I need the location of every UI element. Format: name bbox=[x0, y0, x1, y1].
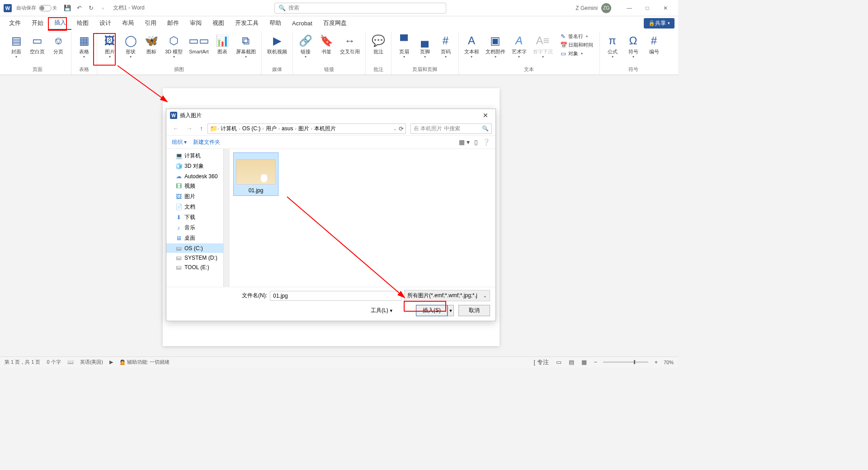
crossref-button[interactable]: ↔交叉引用 bbox=[337, 32, 363, 57]
zoom-level[interactable]: 70% bbox=[664, 360, 674, 365]
cover-page-button[interactable]: ▤封面▾ bbox=[6, 32, 26, 61]
autosave-toggle[interactable] bbox=[39, 5, 52, 11]
tree-item[interactable]: 📄文档 bbox=[166, 202, 229, 212]
focus-mode-button[interactable]: [ 专注 bbox=[533, 358, 550, 366]
tab-devtools[interactable]: 开发工具 bbox=[230, 16, 264, 30]
share-button[interactable]: 🔒 共享▾ bbox=[644, 18, 675, 28]
word-count[interactable]: 0 个字 bbox=[47, 359, 61, 366]
crumb-5[interactable]: 本机照片 bbox=[312, 125, 338, 133]
up-icon[interactable]: ↑ bbox=[197, 125, 206, 132]
chart-button[interactable]: 📊图表 bbox=[212, 32, 232, 57]
icons-button[interactable]: 🦋图标 bbox=[142, 32, 161, 57]
tree-item[interactable]: 🖥桌面 bbox=[166, 233, 229, 243]
tab-design[interactable]: 设计 bbox=[94, 16, 117, 30]
tab-draw[interactable]: 绘图 bbox=[71, 16, 94, 30]
page-break-button[interactable]: ⎊分页 bbox=[48, 32, 68, 57]
tree-item[interactable]: ♪音乐 bbox=[166, 223, 229, 233]
preview-pane-icon[interactable]: ▯ bbox=[474, 138, 478, 146]
dialog-close-button[interactable]: ✕ bbox=[479, 112, 492, 119]
new-folder-button[interactable]: 新建文件夹 bbox=[193, 138, 220, 146]
zoom-slider[interactable] bbox=[603, 361, 648, 363]
screenshot-button[interactable]: ⧉屏幕截图▾ bbox=[233, 32, 259, 61]
bookmark-button[interactable]: 🔖书签 bbox=[316, 32, 336, 57]
quickparts-button[interactable]: ▣文档部件▾ bbox=[483, 32, 508, 61]
symbol-button[interactable]: Ω符号▾ bbox=[623, 32, 643, 61]
zoom-out-button[interactable]: − bbox=[593, 359, 599, 366]
smartart-button[interactable]: ▭▭SmartArt bbox=[186, 32, 211, 57]
signature-button[interactable]: ✎签名行▾ bbox=[558, 33, 595, 40]
cancel-button[interactable]: 取消 bbox=[458, 305, 490, 316]
read-mode-icon[interactable]: ▭ bbox=[555, 359, 563, 366]
page-indicator[interactable]: 第 1 页，共 1 页 bbox=[5, 359, 40, 366]
shapes-button[interactable]: ◯形状▾ bbox=[121, 32, 141, 61]
search-input[interactable]: 🔍 搜索 bbox=[274, 3, 446, 14]
tab-insert[interactable]: 插入 bbox=[49, 16, 71, 30]
tree-item[interactable]: 🎞视频 bbox=[166, 181, 229, 191]
language-indicator[interactable]: 英语(美国) bbox=[80, 359, 103, 366]
organize-button[interactable]: 组织 ▾ bbox=[172, 138, 187, 146]
pageno-button[interactable]: #页码▾ bbox=[436, 32, 456, 61]
file-thumbnail[interactable]: 01.jpg bbox=[233, 152, 278, 196]
close-button[interactable]: ✕ bbox=[656, 2, 675, 14]
back-icon[interactable]: ← bbox=[170, 125, 182, 132]
textbox-button[interactable]: A文本框▾ bbox=[462, 32, 482, 61]
qat-dropdown-icon[interactable]: ⬨ bbox=[98, 3, 108, 13]
forward-icon[interactable]: → bbox=[184, 125, 195, 132]
help-icon[interactable]: ❔ bbox=[482, 138, 490, 146]
tree-item[interactable]: 🧊3D 对象 bbox=[166, 161, 229, 171]
wordart-button[interactable]: A艺术字▾ bbox=[509, 32, 529, 61]
online-video-button[interactable]: ▶联机视频 bbox=[264, 32, 290, 57]
tree-item[interactable]: ☁Autodesk 360 bbox=[166, 171, 229, 181]
tab-view[interactable]: 视图 bbox=[207, 16, 230, 30]
table-button[interactable]: ▦表格▾ bbox=[74, 32, 94, 61]
view-mode-icon[interactable]: ▦ ▾ bbox=[459, 138, 470, 146]
tab-help[interactable]: 帮助 bbox=[264, 16, 287, 30]
file-list[interactable]: 01.jpg bbox=[230, 149, 495, 287]
crumb-2[interactable]: 用户 bbox=[264, 125, 278, 133]
tree-item[interactable]: 🖼图片 bbox=[166, 191, 229, 202]
3dmodel-button[interactable]: ⬡3D 模型▾ bbox=[162, 32, 185, 61]
crumb-3[interactable]: asus bbox=[280, 125, 295, 132]
spell-check-icon[interactable]: 📖 bbox=[67, 359, 74, 365]
tab-mail[interactable]: 邮件 bbox=[162, 16, 184, 30]
maximize-button[interactable]: □ bbox=[638, 2, 656, 14]
footer-button[interactable]: ▄页脚▾ bbox=[415, 32, 435, 61]
tab-home[interactable]: 开始 bbox=[26, 16, 49, 30]
tab-references[interactable]: 引用 bbox=[139, 16, 162, 30]
tree-item[interactable]: 🖴SYSTEM (D:) bbox=[166, 253, 229, 262]
crumb-1[interactable]: OS (C:) bbox=[241, 125, 263, 132]
macro-icon[interactable]: ▶ bbox=[109, 359, 113, 365]
tab-layout[interactable]: 布局 bbox=[117, 16, 139, 30]
comment-button[interactable]: 💬批注 bbox=[368, 32, 388, 57]
file-filter-select[interactable]: 所有图片(*.emf;*.wmf;*.jpg;*.j⌄ bbox=[404, 290, 490, 301]
crumb-4[interactable]: 图片 bbox=[297, 125, 311, 133]
object-button[interactable]: ▭对象▾ bbox=[558, 50, 595, 57]
crumb-0[interactable]: 计算机 bbox=[219, 125, 239, 133]
tab-acrobat[interactable]: Acrobat bbox=[287, 16, 318, 30]
tree-item[interactable]: 💻计算机 bbox=[166, 151, 229, 161]
user-name[interactable]: Z Gemini bbox=[576, 5, 598, 11]
tree-item[interactable]: 🖴TOOL (E:) bbox=[166, 262, 229, 272]
header-button[interactable]: ▀页眉▾ bbox=[394, 32, 414, 61]
save-icon[interactable]: 💾 bbox=[62, 3, 72, 13]
dialog-search-input[interactable]: 在 本机照片 中搜索 🔍 bbox=[410, 123, 492, 134]
filename-input[interactable] bbox=[270, 291, 401, 301]
tree-item[interactable]: 🖴OS (C:) bbox=[166, 243, 229, 253]
print-layout-icon[interactable]: ▤ bbox=[567, 359, 576, 366]
number-button[interactable]: #编号 bbox=[644, 32, 664, 57]
accessibility-indicator[interactable]: 🙍 辅助功能: 一切就绪 bbox=[119, 359, 170, 366]
tab-review[interactable]: 审阅 bbox=[184, 16, 207, 30]
pictures-button[interactable]: 🖼图片▾ bbox=[100, 32, 120, 61]
datetime-button[interactable]: 📅日期和时间 bbox=[558, 41, 595, 49]
web-layout-icon[interactable]: ▦ bbox=[580, 359, 588, 366]
breadcrumb[interactable]: 📁 › 计算机› OS (C:)› 用户› asus› 图片› 本机照片 ⌄ ⟳ bbox=[208, 123, 406, 134]
tools-button[interactable]: 工具(L) ▼ bbox=[371, 307, 393, 314]
tab-file[interactable]: 文件 bbox=[4, 16, 26, 30]
redo-icon[interactable]: ↻ bbox=[86, 3, 96, 13]
blank-page-button[interactable]: ▭空白页 bbox=[27, 32, 47, 57]
insert-button[interactable]: 插入(S) bbox=[416, 305, 448, 316]
minimize-button[interactable]: — bbox=[620, 2, 638, 14]
insert-split-button[interactable]: ▼ bbox=[448, 305, 454, 316]
equation-button[interactable]: π公式▾ bbox=[603, 32, 623, 61]
link-button[interactable]: 🔗链接▾ bbox=[296, 32, 316, 61]
